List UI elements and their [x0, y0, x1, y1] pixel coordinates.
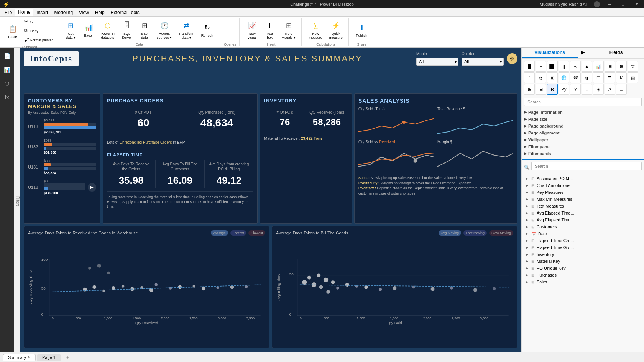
viz-clustered-bar[interactable]: ≡: [536, 61, 546, 72]
viz-stacked-bar[interactable]: ▐▌: [524, 61, 535, 72]
filter-button[interactable]: ⚙: [507, 53, 518, 64]
viz-section-page-bg[interactable]: ▶ Page background: [524, 122, 642, 129]
viz-table[interactable]: ⊞: [524, 84, 535, 95]
legend-fast-moving[interactable]: Fast Moving: [463, 230, 487, 236]
sidebar-dax-icon[interactable]: fx: [2, 92, 12, 103]
field-elapsed-gro-1[interactable]: ▶ ⊞ Elapsed Time Gro...: [524, 237, 642, 244]
viz-ai-qa[interactable]: ?: [570, 84, 581, 95]
field-po-unique-key[interactable]: ▶ ⊞ PO Unique Key: [524, 265, 642, 272]
menu-external-tools[interactable]: External Tools: [108, 9, 143, 16]
viz-r-script[interactable]: R: [547, 84, 558, 95]
page-tab-page1[interactable]: Page 1: [37, 354, 61, 361]
menu-home[interactable]: Home: [15, 9, 33, 16]
legend-average[interactable]: Average: [211, 230, 228, 236]
viz-multirow-card[interactable]: ☰: [605, 72, 615, 83]
viz-section-page-info[interactable]: ▶ Page information: [524, 108, 642, 115]
page-tab-summary-close[interactable]: ✕: [28, 355, 31, 359]
sidebar-data-icon[interactable]: 📊: [2, 64, 12, 75]
viz-matrix[interactable]: ⊟: [536, 84, 546, 95]
add-page-button[interactable]: ＋: [62, 353, 74, 362]
viz-stacked-col[interactable]: █▌: [547, 61, 558, 72]
maximize-button[interactable]: □: [619, 2, 627, 7]
field-purchases[interactable]: ▶ ⊞ Purchases: [524, 272, 642, 278]
viz-custom[interactable]: ...: [616, 84, 627, 95]
viz-line-col[interactable]: 📊: [593, 61, 604, 72]
field-date[interactable]: ▶ 📅 Date: [524, 230, 642, 237]
viz-treemap[interactable]: ⊞: [547, 72, 558, 83]
viz-section-wallpaper[interactable]: ▶ Wallpaper: [524, 136, 642, 143]
quarter-select[interactable]: All: [462, 58, 504, 66]
legend-fastest[interactable]: Fastest: [230, 230, 246, 236]
paste-button[interactable]: 📋 Paste: [5, 21, 21, 41]
sidebar-model-icon[interactable]: ⬡: [2, 78, 12, 89]
field-inventory[interactable]: ▶ ⊞ Inventory: [524, 251, 642, 258]
field-elapsed-gro-2[interactable]: ▶ ⊞ Elapsed Time Gro...: [524, 244, 642, 251]
viz-funnel[interactable]: ▽: [628, 61, 638, 72]
filter-sidebar[interactable]: Filters: [14, 48, 20, 352]
legend-avg-moving[interactable]: Avg Moving: [439, 230, 461, 236]
month-select[interactable]: All: [416, 58, 458, 66]
page-tab-summary[interactable]: Summary ✕: [3, 354, 36, 361]
field-customers[interactable]: ▶ ⊞ Customers: [524, 223, 642, 230]
viz-waterfall[interactable]: ⊟: [616, 61, 627, 72]
enter-data-button[interactable]: ⊞ Enterdata: [136, 18, 153, 41]
legend-slow-moving[interactable]: Slow Moving: [489, 230, 513, 236]
viz-pie[interactable]: ◔: [536, 72, 546, 83]
format-painter-button[interactable]: 🖌 Format painter: [22, 36, 55, 44]
field-chart-annotations[interactable]: ▶ ⊞ Chart Annotations: [524, 182, 642, 189]
menu-help[interactable]: Help: [92, 9, 108, 16]
viz-map[interactable]: 🌐: [559, 72, 569, 83]
minimize-button[interactable]: ─: [606, 2, 614, 7]
tab-visualizations[interactable]: Visualizations: [522, 48, 578, 58]
viz-line[interactable]: ∿: [570, 61, 581, 72]
publish-button[interactable]: ⬆ Publish: [353, 20, 370, 39]
field-text-measures[interactable]: ▶ ⊞ Text Measures: [524, 203, 642, 210]
get-data-button[interactable]: ⊞ Getdata ▾: [63, 18, 79, 41]
viz-section-page-size[interactable]: ▶ Page size: [524, 115, 642, 122]
menu-insert[interactable]: Insert: [33, 9, 51, 16]
viz-clustered-col[interactable]: ||: [559, 61, 569, 72]
menu-file[interactable]: File: [2, 9, 15, 16]
tab-fields[interactable]: Fields: [588, 48, 644, 58]
viz-search-input[interactable]: [524, 98, 642, 106]
field-avg-elapsed-1[interactable]: ▶ ⊞ Avg Elapsed Time...: [524, 210, 642, 216]
viz-key-influencers[interactable]: ◈: [593, 84, 604, 95]
field-associated-po[interactable]: ▶ ⊞ Associated PO M...: [524, 175, 642, 182]
panel-expand-icon[interactable]: ▶: [578, 48, 588, 58]
viz-filled-map[interactable]: 🗺: [570, 72, 581, 83]
new-measure-button[interactable]: ∑ Newmeasure: [306, 18, 325, 41]
viz-decomp-tree[interactable]: ⋮: [582, 84, 592, 95]
cut-button[interactable]: ✂ Cut: [22, 18, 55, 26]
new-visual-button[interactable]: 📈 Newvisual: [244, 18, 260, 41]
viz-area[interactable]: ▲: [582, 61, 592, 72]
viz-gauge[interactable]: ◑: [582, 72, 592, 83]
transform-data-button[interactable]: ⇄ Transformdata ▾: [176, 18, 197, 41]
viz-card[interactable]: ☐: [593, 72, 604, 83]
legend-slowest[interactable]: Slowest: [248, 230, 265, 236]
quick-measure-button[interactable]: ⚡ Quickmeasure: [327, 18, 345, 41]
excel-button[interactable]: 📊 Excel: [80, 20, 97, 39]
field-key-measures[interactable]: ▶ ⊞ Key Measures: [524, 189, 642, 196]
viz-smart-narrative[interactable]: A: [605, 84, 615, 95]
field-avg-elapsed-2[interactable]: ▶ ⊞ Avg Elapsed Time...: [524, 216, 642, 223]
viz-section-filter-cards[interactable]: ▶ Filter cards: [524, 150, 642, 157]
menu-view[interactable]: View: [76, 9, 92, 16]
viz-kpi[interactable]: K: [616, 72, 627, 83]
refresh-button[interactable]: ↻ Refresh: [199, 20, 216, 39]
sidebar-report-icon[interactable]: 📄: [2, 51, 12, 61]
recent-sources-button[interactable]: 🕐 Recentsources ▾: [154, 18, 174, 41]
viz-section-page-align[interactable]: ▶ Page alignment: [524, 129, 642, 136]
copy-button[interactable]: ⧉ Copy: [22, 27, 55, 35]
close-button[interactable]: ✕: [633, 2, 641, 7]
field-max-min[interactable]: ▶ ⊞ Max Min Measures: [524, 196, 642, 203]
viz-scatter[interactable]: ⁚: [524, 72, 535, 83]
text-box-button[interactable]: T Textbox: [262, 18, 278, 41]
viz-python[interactable]: Py: [559, 84, 569, 95]
viz-ribbon[interactable]: ⊞: [605, 61, 615, 72]
more-visuals-button[interactable]: ⊞ Morevisuals ▾: [279, 18, 298, 41]
fields-search-input[interactable]: [531, 162, 642, 170]
field-sales[interactable]: ▶ ⊞ Sales: [524, 278, 642, 285]
field-material-key[interactable]: ▶ ⊞ Material Key: [524, 258, 642, 265]
customer-nav-arrow[interactable]: ▶: [88, 183, 96, 192]
sql-server-button[interactable]: 🗄 SQLServer: [119, 18, 135, 41]
